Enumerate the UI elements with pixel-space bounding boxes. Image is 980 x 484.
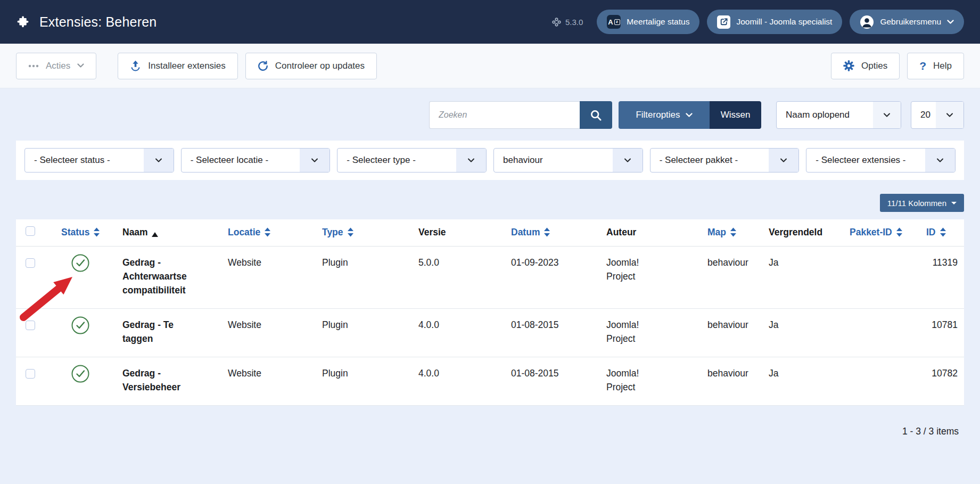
cell-locatie: Website: [228, 246, 322, 308]
translate-icon: Az: [607, 15, 621, 29]
multilingual-status-button[interactable]: Az Meertalige status: [597, 10, 699, 34]
main-content: Filteropties Wissen Naam oplopend 20 - S…: [0, 88, 980, 437]
cell-auteur: Joomla! Project: [606, 246, 707, 308]
page-size-select[interactable]: 20: [911, 101, 964, 129]
joomla-version: 5.3.0: [552, 18, 583, 27]
cell-checkbox: [16, 308, 61, 357]
toolbar-left: Acties Installeer extensies Controleer o…: [16, 53, 377, 79]
filter-select-1[interactable]: - Selecteer locatie -: [181, 148, 331, 173]
cell-pakket-id: [850, 357, 926, 405]
toolbar: Acties Installeer extensies Controleer o…: [0, 44, 980, 88]
cell-versie: 4.0.0: [418, 308, 511, 357]
refresh-icon: [258, 61, 268, 71]
external-link-icon: [717, 15, 730, 29]
column-header-locatie[interactable]: Locatie: [228, 219, 322, 246]
upload-icon: [130, 60, 141, 71]
table-row: Gedrag - VersiebeheerWebsitePlugin4.0.00…: [16, 357, 964, 405]
cell-naam: Gedrag - Versiebeheer: [122, 357, 228, 405]
filter-select-2[interactable]: - Selecteer type -: [337, 148, 487, 173]
install-extensions-button[interactable]: Installeer extensies: [118, 53, 238, 79]
chevron-down-icon: [925, 149, 955, 172]
actions-button[interactable]: Acties: [16, 53, 96, 79]
chevron-down-icon: [873, 102, 901, 128]
cell-vergrendeld: Ja: [769, 246, 850, 308]
chevron-down-icon: [77, 63, 84, 68]
puzzle-icon: [16, 14, 31, 29]
clear-filters-button[interactable]: Wissen: [710, 101, 761, 129]
column-header-map[interactable]: Map: [707, 219, 769, 246]
joomill-link-button[interactable]: Joomill - Joomla specialist: [707, 10, 842, 34]
help-button[interactable]: ? Help: [907, 53, 964, 79]
chevron-down-icon: [144, 149, 174, 172]
ellipsis-icon: [28, 64, 39, 68]
table-row: Gedrag - Achterwaartse compatibiliteitWe…: [16, 246, 964, 308]
status-enabled-icon[interactable]: [71, 364, 90, 383]
filter-options-button[interactable]: Filteropties: [619, 101, 710, 129]
cell-id: 10782: [926, 357, 964, 405]
search-input[interactable]: [429, 101, 580, 129]
cell-vergrendeld: Ja: [769, 308, 850, 357]
options-button[interactable]: Opties: [831, 53, 900, 79]
pagination-count: 1 - 3 / 3 items: [16, 426, 964, 437]
table-body: Gedrag - Achterwaartse compatibiliteitWe…: [16, 246, 964, 405]
column-header-datum[interactable]: Datum: [511, 219, 606, 246]
cell-versie: 5.0.0: [418, 246, 511, 308]
gear-icon: [843, 60, 854, 71]
cell-naam: Gedrag - Achterwaartse compatibiliteit: [122, 246, 228, 308]
filter-select-0[interactable]: - Selecteer status -: [24, 148, 174, 173]
cell-status: [61, 357, 122, 405]
cell-auteur: Joomla! Project: [606, 357, 707, 405]
chevron-down-icon: [947, 20, 954, 24]
chevron-down-icon: [686, 113, 693, 118]
cell-datum: 01-08-2015: [511, 357, 606, 405]
columns-button[interactable]: 11/11 Kolommen: [880, 194, 964, 212]
filter-select-3[interactable]: behaviour: [493, 148, 643, 173]
filter-select-5[interactable]: - Selecteer extensies -: [806, 148, 956, 173]
extensions-table: StatusNaamLocatieTypeVersieDatumAuteurMa…: [16, 219, 964, 406]
cell-type: Plugin: [322, 246, 418, 308]
row-checkbox[interactable]: [26, 321, 35, 330]
column-header-type[interactable]: Type: [322, 219, 418, 246]
sort-select[interactable]: Naam oplopend: [776, 101, 901, 129]
chevron-down-icon: [613, 149, 643, 172]
filter-select-4[interactable]: - Selecteer pakket -: [650, 148, 800, 173]
cell-status: [61, 308, 122, 357]
check-updates-button[interactable]: Controleer op updates: [245, 53, 377, 79]
cell-status: [61, 246, 122, 308]
search-group: [429, 101, 612, 129]
column-header-id[interactable]: ID: [926, 219, 964, 246]
topbar-right: 5.3.0 Az Meertalige status Joomill - Joo…: [552, 10, 964, 34]
cell-datum: 01-09-2023: [511, 246, 606, 308]
cell-datum: 01-08-2015: [511, 308, 606, 357]
column-header-status[interactable]: Status: [61, 219, 122, 246]
cell-type: Plugin: [322, 308, 418, 357]
cell-pakket-id: [850, 308, 926, 357]
cell-locatie: Website: [228, 357, 322, 405]
search-row: Filteropties Wissen Naam oplopend 20: [16, 101, 964, 129]
cell-type: Plugin: [322, 357, 418, 405]
cell-locatie: Website: [228, 308, 322, 357]
cell-map: behaviour: [707, 357, 769, 405]
cell-id: 11319: [926, 246, 964, 308]
column-header-pakket-id[interactable]: Pakket-ID: [850, 219, 926, 246]
joomla-logo-icon: [552, 18, 561, 27]
cell-versie: 4.0.0: [418, 357, 511, 405]
topbar-left: Extensies: Beheren: [16, 14, 157, 30]
column-header-naam[interactable]: Naam: [122, 219, 228, 246]
column-header-auteur: Auteur: [606, 219, 707, 246]
select-all-checkbox[interactable]: [26, 226, 35, 236]
cell-checkbox: [16, 357, 61, 405]
page-title: Extensies: Beheren: [39, 14, 157, 30]
user-menu-button[interactable]: Gebruikersmenu: [850, 10, 964, 34]
cell-map: behaviour: [707, 308, 769, 357]
cell-auteur: Joomla! Project: [606, 308, 707, 357]
select-all-header: [16, 219, 61, 246]
columns-row: 11/11 Kolommen: [16, 194, 964, 212]
status-enabled-icon[interactable]: [71, 253, 90, 273]
search-button[interactable]: [580, 101, 612, 129]
row-checkbox[interactable]: [26, 369, 35, 379]
row-checkbox[interactable]: [26, 258, 35, 268]
topbar: Extensies: Beheren 5.3.0 Az Meertalige s…: [0, 0, 980, 44]
cell-vergrendeld: Ja: [769, 357, 850, 405]
status-enabled-icon[interactable]: [71, 316, 90, 335]
